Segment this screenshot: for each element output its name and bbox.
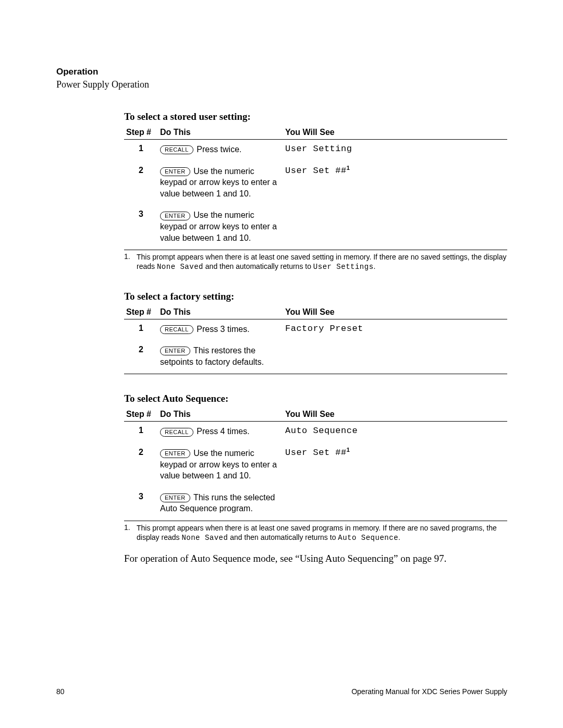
col-see: You Will See: [283, 125, 507, 140]
col-step: Step #: [124, 406, 158, 422]
col-see: You Will See: [283, 406, 507, 422]
table-bottom-rule: [124, 374, 507, 374]
recall-button-icon: RECALL: [160, 145, 193, 154]
enter-button-icon: ENTER: [160, 493, 190, 502]
footnote-ref: 1: [347, 447, 350, 453]
table-row: 3 ENTER This runs the selected Auto Sequ…: [124, 488, 507, 521]
page-footer: 80 Operating Manual for XDC Series Power…: [56, 687, 507, 696]
procedure-title-user-setting: To select a stored user setting:: [124, 111, 507, 122]
col-step: Step #: [124, 125, 158, 140]
footnote-code: None Saved: [157, 263, 203, 271]
closing-paragraph: For operation of Auto Sequence mode, see…: [124, 553, 507, 564]
footnote-code: Auto Sequence: [338, 534, 398, 542]
footnote-text: .: [374, 262, 376, 270]
step-number: 1: [124, 319, 158, 341]
col-do: Do This: [158, 125, 283, 140]
enter-button-icon: ENTER: [160, 347, 190, 355]
col-do: Do This: [158, 304, 283, 319]
display-readout: Auto Sequence: [285, 426, 358, 436]
display-readout: User Setting: [285, 144, 352, 154]
table-row: 1 RECALL Press twice. User Setting: [124, 140, 507, 162]
step-instruction: Press 3 times.: [197, 325, 249, 334]
footnote-text: and then automatically returns to: [228, 533, 338, 541]
step-number: 1: [124, 422, 158, 443]
enter-button-icon: ENTER: [160, 167, 190, 176]
manual-title: Operating Manual for XDC Series Power Su…: [351, 687, 507, 696]
footnote-text: .: [398, 533, 400, 541]
step-number: 1: [124, 140, 158, 162]
step-number: 3: [124, 488, 158, 521]
step-number: 3: [124, 205, 158, 250]
table-row: 2 ENTER This restores the setpoints to f…: [124, 341, 507, 374]
step-instruction: Press 4 times.: [197, 427, 249, 436]
table-row: 2 ENTER Use the numeric keypad or arrow …: [124, 443, 507, 488]
recall-button-icon: RECALL: [160, 428, 193, 437]
footnote-code: User Settings: [313, 263, 374, 271]
procedure-title-auto-sequence: To select Auto Sequence:: [124, 393, 507, 404]
display-readout: User Set ##: [285, 166, 347, 176]
col-step: Step #: [124, 304, 158, 319]
display-readout: Factory Preset: [285, 324, 363, 334]
step-instruction: Press twice.: [197, 145, 241, 154]
page-number: 80: [56, 687, 65, 696]
col-see: You Will See: [283, 304, 507, 319]
steps-table-auto-sequence: Step # Do This You Will See 1 RECALL Pre…: [124, 406, 507, 521]
table-row: 1 RECALL Press 3 times. Factory Preset: [124, 319, 507, 341]
footnote-ref: 1: [347, 165, 350, 171]
step-number: 2: [124, 443, 158, 488]
footnote-code: None Saved: [181, 534, 228, 542]
footnote: 1. This prompt appears when there is at …: [124, 250, 507, 272]
steps-table-user-setting: Step # Do This You Will See 1 RECALL Pre…: [124, 125, 507, 250]
steps-table-factory-setting: Step # Do This You Will See 1 RECALL Pre…: [124, 304, 507, 374]
col-do: Do This: [158, 406, 283, 422]
section-heading: Power Supply Operation: [56, 79, 507, 90]
footnote-number: 1.: [124, 252, 137, 272]
footnote: 1. This prompt appears when there is at …: [124, 521, 507, 542]
footnote-number: 1.: [124, 523, 137, 542]
recall-button-icon: RECALL: [160, 325, 193, 334]
procedure-title-factory-setting: To select a factory setting:: [124, 291, 507, 302]
table-row: 3 ENTER Use the numeric keypad or arrow …: [124, 205, 507, 250]
display-readout: User Set ##: [285, 448, 347, 458]
footnote-text: and then automatically returns to: [203, 262, 313, 270]
chapter-heading: Operation: [56, 67, 507, 77]
enter-button-icon: ENTER: [160, 449, 190, 458]
enter-button-icon: ENTER: [160, 212, 190, 220]
step-number: 2: [124, 162, 158, 206]
table-row: 2 ENTER Use the numeric keypad or arrow …: [124, 162, 507, 206]
step-number: 2: [124, 341, 158, 374]
table-row: 1 RECALL Press 4 times. Auto Sequence: [124, 422, 507, 443]
